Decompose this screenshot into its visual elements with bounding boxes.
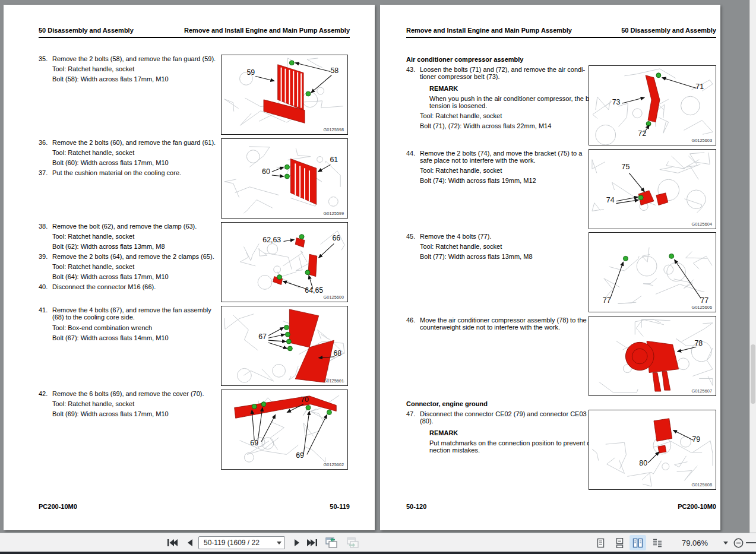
page-number-input[interactable] [198,536,285,549]
step-text-line: Bolt (67): Width across flats 14mm, M10 [52,334,217,342]
callout-number: 73 [612,98,621,106]
previous-view-button[interactable] [324,536,339,550]
figure-illustration: 7777G0125606 [589,233,716,312]
callout-number: 61 [330,156,338,164]
callout-number: 71 [695,83,704,91]
step-text-line: (80). [420,417,585,425]
bolt-marker [638,195,643,200]
callout-number: 70 [300,395,309,404]
step-text-line: Tool: Ratchet handle, socket [52,400,217,408]
previous-page-button[interactable] [182,536,198,550]
layout-continuous-button[interactable] [612,536,627,550]
figure-illustration: 7574G0125604 [589,150,716,229]
page-footer-right: PC200-10M0 [678,503,716,510]
figure-g0125601: 6768G0125601 [221,306,348,386]
step-number: 40. [39,283,48,291]
bolt-marker [305,270,310,275]
figure-caption: G0125603 [691,138,712,143]
figure-illustration: 6061G0125599 [222,139,347,218]
step-text-line: Bolt (64): Width across flats 17mm, M10 [52,273,217,281]
callout-number: 69 [296,451,304,460]
bolt-marker [284,164,289,169]
figure-caption: G0125598 [324,127,344,132]
step-text-line: Bolt (77): Width across flats 13mm, M8 [420,253,585,261]
callout-number: 66 [332,234,340,242]
highlighted-part [646,75,660,122]
callout-number: 80 [639,459,647,467]
last-page-button[interactable] [305,536,320,550]
figure-illustration: 706969G0125602 [222,390,347,469]
vertical-scrollbar[interactable] [749,0,756,533]
page-footer: PC200-10M0 50-119 [39,503,350,510]
two-page-icon [632,538,643,548]
step-text-line: REMARK [429,85,585,93]
step-text-line: Remove the 2 bolts (60), and remove the … [52,139,217,147]
callout-number: 72 [638,129,646,138]
next-page-icon [292,538,302,547]
bolt-marker [284,174,289,179]
last-page-icon [306,538,318,547]
previous-view-icon [325,537,338,549]
figure-g0125606: 7777G0125606 [589,232,716,312]
pdf-viewer-window: 50 Disassembly and Assembly Remove and I… [0,0,756,554]
step-text-line: Bolt (58): Width across flats 17mm, M10 [52,75,217,83]
figure-illustration: 62,636664,65G0125600 [222,223,347,302]
bolt-marker [623,256,628,261]
first-page-button[interactable] [165,536,180,550]
callout-number: 75 [622,163,630,172]
callout-number: 64,65 [305,286,323,295]
highlighted-part [295,340,334,382]
zoom-dropdown-caret-icon[interactable] [723,542,728,544]
page-footer: 50-120 PC200-10M0 [406,503,716,510]
bolt-marker [286,339,291,344]
step-number: 44. [406,150,415,157]
zoom-out-button[interactable] [730,536,746,550]
figure-g0125599: 6061G0125599 [221,138,348,219]
pdf-page-right[interactable]: Remove and Install Engine and Main Pump … [380,5,720,530]
page-footer-left: PC200-10M0 [39,503,77,510]
figure-g0125607: 78G0125607 [589,316,716,396]
zoom-out-icon [733,537,744,549]
layout-single-page-button[interactable] [593,536,608,550]
bolt-marker [287,346,292,351]
step-text-line: Remove the 4 bolts (77). [420,233,585,240]
bolt-marker [327,410,331,414]
step-number: 42. [39,390,48,398]
callout-number: 74 [606,196,615,204]
step-number: 39. [39,253,48,261]
step-text-line: Bolt (60): Width across flats 17mm, M10 [52,159,217,167]
bottom-toolbar: 79.06% [0,533,756,552]
bolt-marker [252,404,257,409]
callout-number: 68 [333,349,341,357]
figure-illustration: 5958G0125598 [222,55,347,134]
layout-two-page-continuous-button[interactable] [650,536,665,550]
bolt-marker [669,254,674,258]
figure-caption: G0125602 [324,462,344,467]
step-text-line: Tool: Ratchet handle, socket [52,263,217,271]
figure-g0125603: 717372G0125603 [589,65,716,145]
step-text-line: Bolt (62): Width across flats 13mm, M8 [52,243,217,251]
zoom-slider-track[interactable] [746,542,756,543]
callout-number: 60 [262,167,270,176]
next-view-button[interactable] [345,536,360,550]
step-text-line: nection mistakes. [429,447,585,454]
layout-two-page-button[interactable] [630,536,646,550]
continuous-page-icon [615,538,625,548]
step-number: 38. [39,223,48,230]
callout-number: 58 [330,67,339,75]
scrollbar-thumb[interactable] [751,344,755,404]
callout-number: 59 [246,69,255,77]
next-page-button[interactable] [289,536,305,550]
step-text-line: Disconnect the connector M16 (66). [52,283,217,291]
step-number: 36. [39,139,48,147]
step-number: 46. [406,316,415,324]
step-text-line: (68) to the cooling core side. [52,314,217,321]
step-text-line: Bolt (74): Width across flats 19mm, M12 [420,177,585,185]
zoom-level-value[interactable]: 79.06% [672,539,717,547]
bolt-marker [261,402,266,407]
callout-number: 78 [694,339,703,347]
pdf-page-left[interactable]: 50 Disassembly and Assembly Remove and I… [4,5,375,530]
step-text-line: Remove the 2 bolts (64), and remove the … [52,253,217,261]
step-number: 37. [39,169,48,177]
window-bottom-edge [0,552,756,554]
